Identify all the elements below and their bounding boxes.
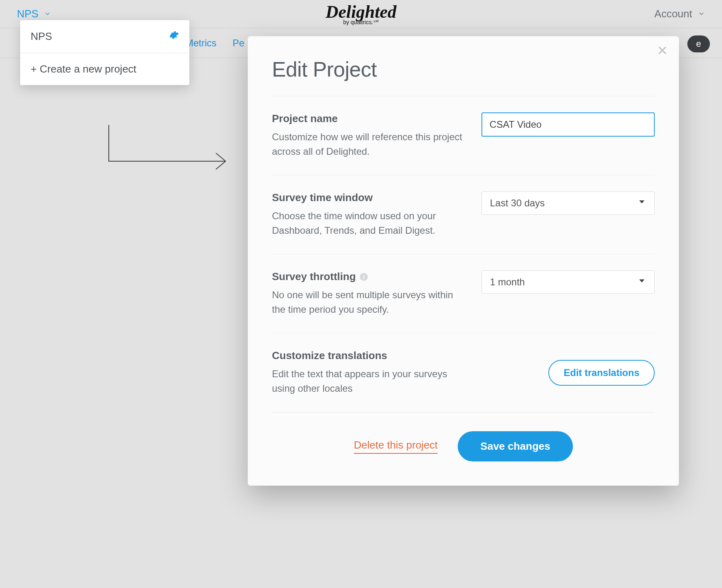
save-button[interactable]: Save changes: [458, 431, 573, 461]
project-name-input[interactable]: [481, 112, 655, 137]
project-dropdown: NPS + Create a new project: [20, 20, 189, 85]
modal-title: Edit Project: [272, 57, 655, 81]
chevron-down-icon: [637, 276, 646, 288]
modal-footer: Delete this project Save changes: [272, 413, 655, 461]
dropdown-create-project[interactable]: + Create a new project: [20, 53, 189, 85]
nav-pill[interactable]: e: [687, 35, 710, 52]
delete-project-link[interactable]: Delete this project: [354, 439, 438, 454]
logo: Delighted by qualtrics.ˣᴹ: [326, 3, 396, 25]
annotation-arrow: [105, 125, 234, 181]
project-name-desc: Customize how we will reference this pro…: [272, 130, 465, 159]
time-window-value: Last 30 days: [490, 197, 545, 209]
chevron-down-icon: [637, 197, 646, 209]
nav-item-people[interactable]: Pe: [232, 37, 244, 49]
close-button[interactable]: [657, 45, 668, 57]
throttling-label: Survey throttling i: [272, 270, 465, 283]
logo-main: Delighted: [326, 3, 396, 21]
time-window-label: Survey time window: [272, 191, 465, 204]
section-project-name: Project name Customize how we will refer…: [272, 96, 655, 175]
edit-translations-button[interactable]: Edit translations: [548, 360, 655, 386]
project-selector-label: NPS: [17, 8, 38, 20]
nav-item-metrics[interactable]: Metrics: [185, 37, 216, 49]
time-window-desc: Choose the time window used on your Dash…: [272, 209, 465, 238]
chevron-down-icon: [698, 8, 705, 20]
dropdown-current-project[interactable]: NPS: [20, 20, 189, 53]
dropdown-project-label: NPS: [31, 30, 52, 43]
translations-desc: Edit the text that appears in your surve…: [272, 367, 465, 396]
project-selector[interactable]: NPS: [17, 8, 51, 20]
throttling-desc: No one will be sent multiple surveys wit…: [272, 288, 465, 317]
dropdown-create-label: + Create a new project: [31, 63, 136, 75]
gear-icon[interactable]: [168, 30, 179, 43]
edit-project-modal: Edit Project Project name Customize how …: [248, 36, 679, 486]
account-menu[interactable]: Account: [654, 8, 705, 20]
throttling-value: 1 month: [490, 276, 525, 288]
throttling-select[interactable]: 1 month: [481, 270, 655, 294]
translations-label: Customize translations: [272, 349, 465, 362]
info-icon[interactable]: i: [360, 273, 368, 281]
chevron-down-icon: [44, 8, 51, 20]
section-time-window: Survey time window Choose the time windo…: [272, 175, 655, 254]
section-translations: Customize translations Edit the text tha…: [272, 333, 655, 412]
account-label: Account: [654, 8, 692, 20]
project-name-label: Project name: [272, 112, 465, 125]
section-throttling: Survey throttling i No one will be sent …: [272, 254, 655, 333]
time-window-select[interactable]: Last 30 days: [481, 191, 655, 215]
